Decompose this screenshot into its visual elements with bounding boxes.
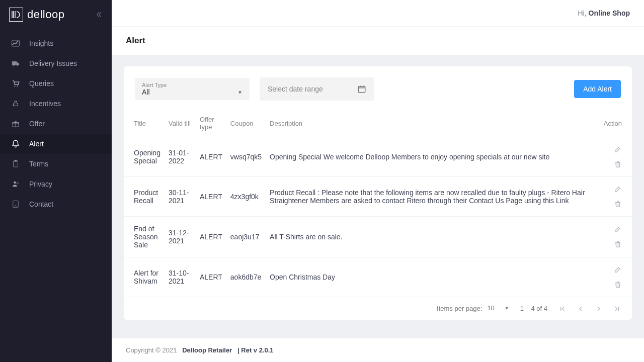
cell-action	[600, 177, 632, 217]
items-per-page: Items per page: 10 ▼	[437, 304, 509, 313]
prev-page-icon[interactable]	[577, 305, 585, 313]
svg-rect-11	[358, 86, 365, 93]
th-title: Title	[124, 110, 165, 137]
sidebar-item-privacy[interactable]: Privacy	[0, 174, 112, 194]
cell-offer_type: ALERT	[196, 137, 226, 177]
edit-icon[interactable]	[614, 145, 622, 153]
sidebar-item-label: Contact	[29, 200, 53, 208]
cell-offer_type: ALERT	[196, 217, 226, 257]
cell-description: All T-Shirts are on sale.	[266, 217, 600, 257]
cell-description: Open Christmas Day	[266, 257, 600, 297]
sidebar-item-alert[interactable]: Alert	[0, 134, 112, 154]
cell-title: Opening Special	[124, 137, 165, 177]
sidebar-item-contact[interactable]: Contact	[0, 194, 112, 214]
cell-action	[600, 257, 632, 297]
sidebar-item-queries[interactable]: Queries	[0, 73, 112, 94]
bell-icon	[11, 139, 20, 148]
sidebar-item-delivery-issues[interactable]: Delivery Issues	[0, 53, 112, 73]
th-valid-till: Valid till	[165, 110, 196, 137]
main-area: Hi, Online Shop Alert Alert Type All ▼ S…	[112, 0, 644, 362]
edit-icon[interactable]	[614, 265, 622, 274]
page-title: Alert	[112, 27, 644, 55]
table-row: End of Season Sale31-12-2021ALERTeaoj3u1…	[124, 217, 632, 257]
last-page-icon[interactable]	[613, 305, 621, 313]
logo-icon	[9, 8, 23, 22]
sidebar-collapse-icon[interactable]	[96, 11, 103, 18]
chevron-down-icon: ▼	[237, 89, 243, 95]
topbar: Hi, Online Shop	[112, 0, 644, 27]
ipp-label: Items per page:	[437, 305, 482, 312]
logo[interactable]: delloop	[9, 8, 64, 22]
th-offer-type: Offer type	[196, 110, 226, 137]
user-name: Online Shop	[589, 9, 630, 17]
cell-description: Product Recall : Please note that the fo…	[266, 177, 600, 217]
clipboard-icon	[11, 159, 20, 168]
sidebar-item-insights[interactable]: Insights	[0, 33, 112, 53]
alert-card: Alert Type All ▼ Select date range Add A…	[124, 66, 632, 320]
table-row: Alert for Shivam31-10-2021ALERTaok6db7eO…	[124, 257, 632, 297]
svg-point-2	[17, 65, 18, 66]
cell-coupon: vwsq7qk5	[226, 137, 266, 177]
date-placeholder: Select date range	[268, 85, 323, 93]
footer-app-name: Delloop Retailer	[182, 346, 232, 354]
cell-valid_till: 30-11-2021	[165, 177, 196, 217]
svg-point-4	[17, 85, 18, 86]
th-description: Description	[266, 110, 600, 137]
svg-rect-7	[15, 160, 17, 162]
delete-icon[interactable]	[614, 160, 622, 168]
alerts-table: Title Valid till Offer type Coupon Descr…	[124, 110, 632, 297]
footer: Copyright © 2021 Delloop Retailer | Ret …	[112, 338, 644, 362]
chevron-down-icon: ▼	[505, 306, 509, 311]
alert-type-label: Alert Type	[142, 82, 243, 88]
cell-coupon: 4zx3gf0k	[226, 177, 266, 217]
cell-description: Opening Special We welcome Delloop Membe…	[266, 137, 600, 177]
first-page-icon[interactable]	[558, 305, 567, 313]
cell-offer_type: ALERT	[196, 257, 226, 297]
sidebar-item-label: Offer	[29, 120, 45, 128]
add-alert-button[interactable]: Add Alert	[574, 80, 621, 98]
pagination: Items per page: 10 ▼ 1 – 4 of 4	[124, 297, 632, 320]
sidebar-item-offer[interactable]: Offer	[0, 114, 112, 134]
delete-icon[interactable]	[614, 240, 622, 248]
cell-offer_type: ALERT	[196, 177, 226, 217]
cell-valid_till: 31-01-2022	[165, 137, 196, 177]
sidebar-item-incentives[interactable]: Incentives	[0, 94, 112, 114]
sidebar: delloop InsightsDelivery IssuesQueriesIn…	[0, 0, 112, 362]
edit-icon[interactable]	[614, 225, 622, 233]
svg-point-3	[14, 85, 15, 86]
pagination-range: 1 – 4 of 4	[520, 305, 547, 312]
sidebar-nav: InsightsDelivery IssuesQueriesIncentives…	[0, 29, 112, 218]
sidebar-item-label: Delivery Issues	[29, 59, 77, 67]
filters-row: Alert Type All ▼ Select date range Add A…	[124, 77, 632, 101]
cell-action	[600, 217, 632, 257]
th-coupon: Coupon	[226, 110, 266, 137]
pagination-nav	[558, 305, 621, 313]
svg-point-8	[14, 182, 16, 184]
alert-type-value: All	[142, 88, 243, 96]
cell-valid_till: 31-12-2021	[165, 217, 196, 257]
sidebar-item-terms[interactable]: Terms	[0, 154, 112, 174]
cell-coupon: eaoj3u17	[226, 217, 266, 257]
edit-icon[interactable]	[614, 185, 622, 193]
sidebar-item-label: Incentives	[29, 100, 61, 108]
delete-icon[interactable]	[614, 281, 622, 289]
content: Alert Type All ▼ Select date range Add A…	[112, 55, 644, 338]
truck-icon	[11, 59, 20, 68]
delete-icon[interactable]	[614, 200, 622, 208]
ipp-select[interactable]: 10 ▼	[487, 304, 509, 313]
chart-icon	[11, 39, 20, 48]
th-action: Action	[600, 110, 632, 137]
alert-type-select[interactable]: Alert Type All ▼	[135, 78, 250, 100]
date-range-input[interactable]: Select date range	[260, 77, 374, 101]
greeting: Hi, Online Shop	[578, 9, 630, 17]
hand-icon	[11, 99, 20, 108]
svg-rect-0	[12, 40, 20, 46]
brand-name: delloop	[27, 8, 64, 21]
next-page-icon[interactable]	[595, 305, 603, 313]
footer-version: | Ret v 2.0.1	[237, 346, 274, 354]
svg-point-1	[13, 65, 14, 66]
sidebar-item-label: Alert	[29, 140, 44, 148]
gift-icon	[11, 119, 20, 128]
logo-bar: delloop	[0, 0, 112, 29]
cell-coupon: aok6db7e	[226, 257, 266, 297]
